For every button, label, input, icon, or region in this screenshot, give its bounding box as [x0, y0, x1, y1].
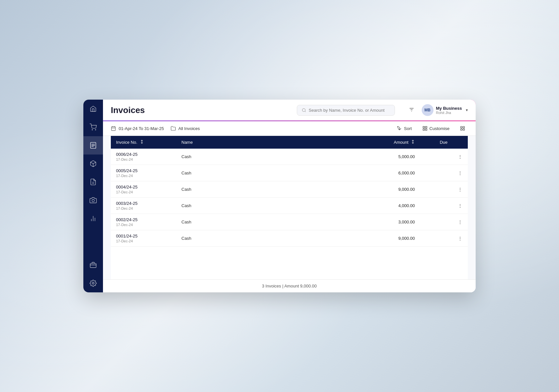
header: Invoices MB My Business Rohit Jha ▾	[103, 100, 476, 121]
cell-due	[420, 230, 453, 247]
table-row[interactable]: 0002/24-25 17-Dec-24 Cash 3,000.00 ⋮	[111, 214, 468, 230]
col-header-invoice-no[interactable]: Invoice No.	[111, 136, 176, 149]
toolbar-right: Sort Customise	[394, 124, 468, 132]
cell-name: Cash	[176, 214, 276, 230]
sidebar-item-chart[interactable]	[83, 209, 103, 228]
svg-rect-31	[425, 129, 427, 130]
table-row[interactable]: 0003/24-25 17-Dec-24 Cash 4,000.00 ⋮	[111, 198, 468, 214]
business-name: My Business	[436, 106, 462, 111]
invoice-table: Invoice No. Name Amount Due	[111, 136, 468, 247]
sort-button[interactable]: Sort	[394, 124, 415, 132]
sidebar-item-camera[interactable]	[83, 191, 103, 209]
table-row[interactable]: 0006/24-25 17-Dec-24 Cash 5,000.00 ⋮	[111, 149, 468, 165]
cell-amount: 5,000.00	[276, 149, 420, 165]
user-name: Rohit Jha	[436, 111, 462, 115]
cell-amount: 9,000.00	[276, 230, 420, 247]
svg-rect-30	[423, 129, 425, 130]
cell-invoice-no: 0006/24-25 17-Dec-24	[111, 149, 176, 165]
svg-rect-28	[423, 126, 425, 128]
folder-icon	[171, 126, 176, 131]
sidebar-item-invoice[interactable]	[83, 136, 103, 155]
cell-invoice-no: 0005/24-25 17-Dec-24	[111, 165, 176, 181]
invoice-filter-label: All Invoices	[178, 126, 200, 131]
search-container[interactable]	[297, 105, 395, 116]
cell-due	[420, 198, 453, 214]
svg-point-9	[92, 199, 94, 202]
invoice-no-sort-icon	[140, 140, 144, 144]
filter-button[interactable]	[407, 105, 416, 116]
dropdown-arrow-icon: ▾	[466, 108, 468, 112]
sidebar-item-home[interactable]	[83, 100, 103, 118]
cell-amount: 4,000.00	[276, 198, 420, 214]
table-row[interactable]: 0001/24-25 17-Dec-24 Cash 9,000.00 ⋮	[111, 230, 468, 247]
sidebar-item-document[interactable]	[83, 173, 103, 191]
main-content: Invoices MB My Business Rohit Jha ▾	[103, 100, 476, 292]
calendar-icon	[111, 126, 116, 131]
svg-rect-22	[111, 127, 115, 131]
table-row[interactable]: 0005/24-25 17-Dec-24 Cash 6,000.00 ⋮	[111, 165, 468, 181]
svg-rect-32	[461, 126, 462, 128]
svg-point-1	[95, 129, 96, 130]
col-header-name: Name	[176, 136, 276, 149]
svg-rect-29	[425, 126, 427, 128]
customise-button[interactable]: Customise	[420, 124, 452, 132]
cell-name: Cash	[176, 149, 276, 165]
svg-point-0	[92, 129, 93, 130]
cell-amount: 9,000.00	[276, 181, 420, 198]
cell-name: Cash	[176, 165, 276, 181]
amount-sort-icon	[411, 140, 415, 144]
cell-invoice-no: 0003/24-25 17-Dec-24	[111, 198, 176, 214]
cell-actions[interactable]: ⋮	[453, 230, 468, 247]
cell-actions[interactable]: ⋮	[453, 198, 468, 214]
svg-point-17	[302, 108, 305, 111]
invoice-type-filter[interactable]: All Invoices	[171, 126, 200, 131]
cell-name: Cash	[176, 181, 276, 198]
footer-summary: 3 Invoices | Amount 9,000.00	[262, 284, 316, 288]
cell-due	[420, 214, 453, 230]
cell-amount: 6,000.00	[276, 165, 420, 181]
svg-line-18	[305, 111, 306, 112]
cell-invoice-no: 0004/24-25 17-Dec-24	[111, 181, 176, 198]
search-input[interactable]	[309, 108, 390, 113]
table-row[interactable]: 0004/24-25 17-Dec-24 Cash 9,000.00 ⋮	[111, 181, 468, 198]
sidebar-bottom	[90, 256, 97, 292]
cell-due	[420, 165, 453, 181]
sidebar	[83, 100, 103, 292]
sort-icon	[397, 126, 402, 131]
cell-name: Cash	[176, 198, 276, 214]
cell-invoice-no: 0002/24-25 17-Dec-24	[111, 214, 176, 230]
cell-amount: 3,000.00	[276, 214, 420, 230]
search-icon	[302, 108, 306, 113]
sort-label: Sort	[404, 126, 412, 131]
cell-due	[420, 181, 453, 198]
svg-rect-33	[463, 126, 465, 128]
avatar: MB	[422, 104, 433, 116]
sidebar-item-settings[interactable]	[90, 274, 97, 292]
cell-actions[interactable]: ⋮	[453, 149, 468, 165]
cell-due	[420, 149, 453, 165]
sidebar-item-box[interactable]	[83, 155, 103, 173]
date-range-filter[interactable]: 01-Apr-24 To 31-Mar-25	[111, 126, 164, 131]
col-header-actions	[453, 136, 468, 149]
cell-actions[interactable]: ⋮	[453, 181, 468, 198]
cell-actions[interactable]: ⋮	[453, 214, 468, 230]
grid-view-button[interactable]	[457, 124, 468, 132]
table-body: 0006/24-25 17-Dec-24 Cash 5,000.00 ⋮ 000…	[111, 149, 468, 247]
table-container: Invoice No. Name Amount Due	[111, 136, 468, 279]
col-header-due: Due	[420, 136, 453, 149]
svg-rect-35	[463, 129, 465, 130]
grid-icon	[460, 126, 465, 131]
cell-actions[interactable]: ⋮	[453, 165, 468, 181]
app-window: Invoices MB My Business Rohit Jha ▾	[83, 100, 476, 292]
sidebar-item-briefcase[interactable]	[90, 256, 97, 274]
toolbar: 01-Apr-24 To 31-Mar-25 All Invoices Sort	[103, 121, 476, 136]
customise-icon	[422, 126, 428, 131]
business-info[interactable]: MB My Business Rohit Jha ▾	[422, 104, 468, 116]
table-header-row: Invoice No. Name Amount Due	[111, 136, 468, 149]
sidebar-item-cart[interactable]	[83, 118, 103, 136]
cell-name: Cash	[176, 230, 276, 247]
col-header-amount[interactable]: Amount	[276, 136, 420, 149]
table-footer: 3 Invoices | Amount 9,000.00	[103, 279, 476, 292]
cell-invoice-no: 0001/24-25 17-Dec-24	[111, 230, 176, 247]
customise-label: Customise	[430, 126, 449, 131]
